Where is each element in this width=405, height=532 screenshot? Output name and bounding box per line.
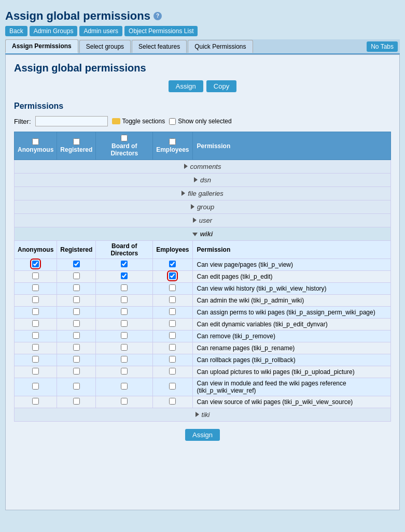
- page-title: Assign global permissions ?: [5, 5, 400, 26]
- section-header-wiki[interactable]: wiki: [15, 227, 391, 241]
- tab-select-groups[interactable]: Select groups: [79, 40, 131, 53]
- section-label-dsn: dsn: [15, 174, 391, 187]
- section-header-tiki[interactable]: tiki: [15, 408, 391, 422]
- back-button[interactable]: Back: [5, 26, 27, 36]
- checkbox-anonymous-11[interactable]: [32, 398, 39, 405]
- section-header-comments[interactable]: comments: [15, 160, 391, 174]
- cell-anonymous-2: [15, 283, 57, 295]
- checkbox-employees-1[interactable]: [169, 272, 176, 279]
- tabs-row: Assign Permissions Select groups Select …: [5, 39, 400, 54]
- section-header-dsn[interactable]: dsn: [15, 174, 391, 187]
- checkbox-employees-4[interactable]: [169, 308, 176, 315]
- section-header-file_galleries[interactable]: file galleries: [15, 187, 391, 200]
- checkbox-board-9[interactable]: [121, 368, 128, 375]
- table-row: Can view page/pages (tiki_p_view): [15, 259, 391, 271]
- checkbox-wrap-registered-5: [73, 320, 80, 327]
- employees-header-checkbox[interactable]: [169, 138, 176, 145]
- checkbox-registered-5[interactable]: [73, 320, 80, 327]
- checkbox-board-3[interactable]: [121, 296, 128, 303]
- cell-registered-7: [57, 342, 96, 354]
- checkbox-board-8[interactable]: [121, 356, 128, 363]
- checkbox-employees-0[interactable]: [169, 261, 176, 267]
- checkbox-board-7[interactable]: [121, 344, 128, 351]
- checkbox-wrap-employees-10: [169, 383, 176, 390]
- permission-text-8: Can rollback pages (tiki_p_rollback): [192, 354, 390, 366]
- tab-assign-permissions[interactable]: Assign Permissions: [5, 39, 78, 53]
- section-header-group[interactable]: group: [15, 200, 391, 214]
- checkbox-registered-4[interactable]: [73, 308, 80, 315]
- checkbox-registered-11[interactable]: [73, 398, 80, 405]
- checkbox-anonymous-10[interactable]: [32, 383, 39, 390]
- show-only-selected[interactable]: Show only selected: [169, 118, 231, 125]
- checkbox-employees-2[interactable]: [169, 284, 176, 291]
- checkbox-employees-5[interactable]: [169, 320, 176, 327]
- checkbox-employees-10[interactable]: [169, 383, 176, 390]
- copy-button[interactable]: Copy: [206, 80, 236, 92]
- checkbox-board-2[interactable]: [121, 284, 128, 291]
- checkbox-board-6[interactable]: [121, 332, 128, 339]
- cell-registered-6: [57, 330, 96, 342]
- checkbox-registered-0[interactable]: [73, 261, 80, 267]
- tab-select-features[interactable]: Select features: [132, 40, 187, 53]
- object-permissions-button[interactable]: Object Permissions List: [124, 26, 198, 36]
- checkbox-anonymous-0[interactable]: [32, 261, 39, 267]
- help-icon[interactable]: ?: [153, 12, 162, 20]
- admin-groups-button[interactable]: Admin Groups: [30, 26, 78, 36]
- checkbox-employees-8[interactable]: [169, 356, 176, 363]
- checkbox-registered-1[interactable]: [73, 272, 80, 279]
- checkbox-anonymous-7[interactable]: [32, 344, 39, 351]
- anonymous-header-checkbox[interactable]: [32, 138, 39, 145]
- checkbox-employees-6[interactable]: [169, 332, 176, 339]
- checkbox-wrap-employees-1: [169, 272, 176, 279]
- checkbox-wrap-anonymous-3: [32, 296, 39, 303]
- cell-board-10: [96, 378, 153, 396]
- cell-employees-0: [153, 259, 192, 271]
- checkbox-wrap-employees-9: [169, 368, 176, 375]
- checkbox-registered-9[interactable]: [73, 368, 80, 375]
- filter-input[interactable]: [35, 116, 108, 126]
- show-only-selected-checkbox[interactable]: [169, 118, 176, 125]
- checkbox-employees-7[interactable]: [169, 344, 176, 351]
- permission-text-11: Can view source of wiki pages (tiki_p_wi…: [192, 396, 390, 408]
- checkbox-anonymous-9[interactable]: [32, 368, 39, 375]
- tab-quick-permissions[interactable]: Quick Permissions: [188, 40, 253, 53]
- table-row: Can upload pictures to wiki pages (tiki_…: [15, 366, 391, 378]
- cell-board-8: [96, 354, 153, 366]
- checkbox-anonymous-8[interactable]: [32, 356, 39, 363]
- checkbox-board-4[interactable]: [121, 308, 128, 315]
- checkbox-registered-10[interactable]: [73, 383, 80, 390]
- cell-board-7: [96, 342, 153, 354]
- checkbox-wrap-registered-8: [73, 356, 80, 363]
- checkbox-wrap-anonymous-7: [32, 344, 39, 351]
- checkbox-anonymous-5[interactable]: [32, 320, 39, 327]
- registered-header-checkbox[interactable]: [73, 138, 80, 145]
- checkbox-anonymous-6[interactable]: [32, 332, 39, 339]
- checkbox-registered-2[interactable]: [73, 284, 80, 291]
- assign-button-top[interactable]: Assign: [169, 80, 203, 92]
- filter-row: Filter: Toggle sections Show only select…: [14, 116, 391, 126]
- checkbox-registered-6[interactable]: [73, 332, 80, 339]
- checkbox-board-10[interactable]: [121, 383, 128, 390]
- checkbox-anonymous-4[interactable]: [32, 308, 39, 315]
- admin-users-button[interactable]: Admin users: [79, 26, 122, 36]
- checkbox-anonymous-3[interactable]: [32, 296, 39, 303]
- checkbox-registered-8[interactable]: [73, 356, 80, 363]
- permission-text-4: Can assign perms to wiki pages (tiki_p_a…: [192, 307, 390, 319]
- checkbox-board-11[interactable]: [121, 398, 128, 405]
- checkbox-board-1[interactable]: [121, 272, 128, 279]
- no-tabs-button[interactable]: No Tabs: [367, 41, 398, 52]
- checkbox-anonymous-2[interactable]: [32, 284, 39, 291]
- toggle-sections[interactable]: Toggle sections: [112, 118, 165, 125]
- checkbox-registered-7[interactable]: [73, 344, 80, 351]
- section-header-user[interactable]: user: [15, 214, 391, 227]
- assign-button-bottom[interactable]: Assign: [185, 429, 220, 441]
- checkbox-employees-3[interactable]: [169, 296, 176, 303]
- checkbox-employees-11[interactable]: [169, 398, 176, 405]
- checkbox-board-5[interactable]: [121, 320, 128, 327]
- checkbox-board-0[interactable]: [121, 261, 128, 267]
- checkbox-anonymous-1[interactable]: [32, 272, 39, 279]
- board-header-checkbox[interactable]: [121, 135, 128, 141]
- checkbox-employees-9[interactable]: [169, 368, 176, 375]
- cell-employees-10: [153, 378, 192, 396]
- checkbox-registered-3[interactable]: [73, 296, 80, 303]
